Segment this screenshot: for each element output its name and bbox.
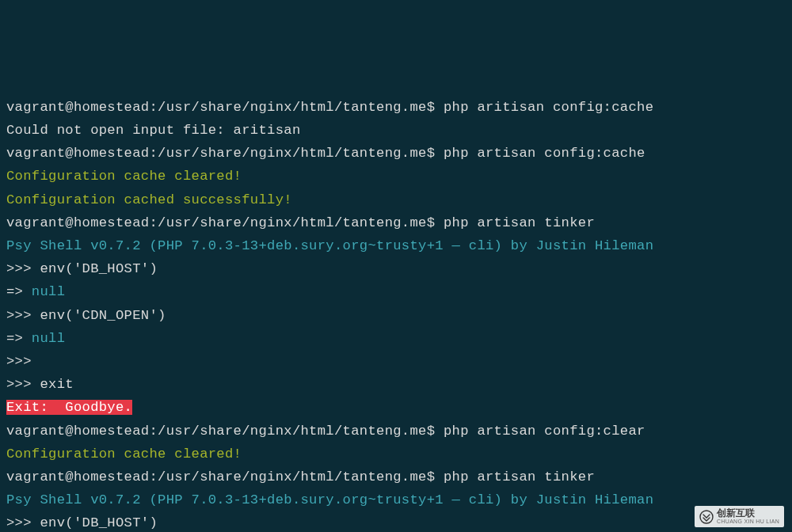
terminal-segment-cmd: php artisan tinker bbox=[444, 215, 595, 230]
terminal-segment-keyword: null bbox=[32, 284, 65, 299]
terminal-segment-keyword: null bbox=[32, 331, 65, 346]
terminal-segment-green: Configuration cache cleared! bbox=[6, 169, 242, 184]
terminal-segment-green: Configuration cache cleared! bbox=[6, 446, 242, 462]
terminal-line: Could not open input file: aritisan bbox=[6, 119, 786, 142]
terminal-segment-arrow: => bbox=[6, 284, 32, 299]
terminal-line: vagrant@homestead:/usr/share/nginx/html/… bbox=[6, 211, 786, 234]
terminal-segment-prompt: vagrant@homestead:/usr/share/nginx/html/… bbox=[6, 100, 444, 115]
terminal-segment-repl: >>> bbox=[6, 354, 32, 369]
terminal-line: Configuration cache cleared! bbox=[6, 165, 786, 188]
terminal-line: Configuration cache cleared! bbox=[6, 443, 786, 466]
terminal-line: vagrant@homestead:/usr/share/nginx/html/… bbox=[6, 466, 786, 488]
terminal-line: >>> env('CDN_OPEN') bbox=[6, 304, 786, 327]
terminal-line: >>> bbox=[6, 350, 786, 373]
terminal-line: vagrant@homestead:/usr/share/nginx/html/… bbox=[6, 142, 786, 165]
terminal-segment-repl: >>> env('DB_HOST') bbox=[6, 261, 158, 276]
terminal-line: Exit: Goodbye. bbox=[6, 396, 786, 419]
terminal-segment-cmd: php artisan config:clear bbox=[444, 424, 645, 439]
terminal-line: Psy Shell v0.7.2 (PHP 7.0.3-13+deb.sury.… bbox=[6, 234, 786, 257]
terminal-line: => null bbox=[6, 327, 786, 350]
watermark-logo-icon bbox=[699, 510, 714, 524]
watermark-text-en: CHUANG XIN HU LIAN bbox=[717, 519, 779, 525]
terminal-segment-cyan: Psy Shell v0.7.2 (PHP 7.0.3-13+deb.sury.… bbox=[6, 238, 653, 253]
terminal-segment-cmd: php artisan tinker bbox=[444, 469, 595, 484]
terminal-line: Configuration cached successfully! bbox=[6, 188, 786, 211]
watermark-text-cn: 创新互联 bbox=[717, 508, 779, 519]
terminal-segment-repl: >>> env('DB_HOST') bbox=[6, 515, 158, 530]
terminal-line: >>> env('DB_HOST') bbox=[6, 257, 786, 280]
terminal-segment-cmd: php artisan config:cache bbox=[444, 146, 645, 161]
terminal-segment-prompt: vagrant@homestead:/usr/share/nginx/html/… bbox=[6, 215, 444, 230]
terminal-segment-green: Configuration cached successfully! bbox=[6, 192, 292, 207]
watermark-badge: 创新互联 CHUANG XIN HU LIAN bbox=[695, 506, 784, 527]
terminal-segment-cyan: Psy Shell v0.7.2 (PHP 7.0.3-13+deb.sury.… bbox=[6, 492, 653, 507]
terminal-line: >>> exit bbox=[6, 373, 786, 396]
terminal-segment-arrow: => bbox=[6, 331, 32, 346]
terminal-segment-repl: >>> env('CDN_OPEN') bbox=[6, 308, 166, 323]
terminal-segment-prompt: vagrant@homestead:/usr/share/nginx/html/… bbox=[6, 146, 444, 161]
terminal-line: >>> env('DB_HOST') bbox=[6, 511, 786, 532]
terminal-segment-prompt: vagrant@homestead:/usr/share/nginx/html/… bbox=[6, 469, 444, 484]
terminal-segment-prompt: vagrant@homestead:/usr/share/nginx/html/… bbox=[6, 424, 444, 439]
terminal-line: => null bbox=[6, 280, 786, 303]
terminal-segment-cmd: php aritisan config:cache bbox=[444, 100, 653, 115]
terminal-output[interactable]: vagrant@homestead:/usr/share/nginx/html/… bbox=[6, 96, 786, 532]
terminal-line: vagrant@homestead:/usr/share/nginx/html/… bbox=[6, 96, 786, 119]
terminal-segment-repl: >>> exit bbox=[6, 377, 74, 392]
terminal-segment-err: Could not open input file: aritisan bbox=[6, 123, 301, 138]
terminal-line: Psy Shell v0.7.2 (PHP 7.0.3-13+deb.sury.… bbox=[6, 488, 786, 511]
terminal-segment-exit-bg: Exit: Goodbye. bbox=[6, 400, 132, 415]
terminal-line: vagrant@homestead:/usr/share/nginx/html/… bbox=[6, 420, 786, 443]
